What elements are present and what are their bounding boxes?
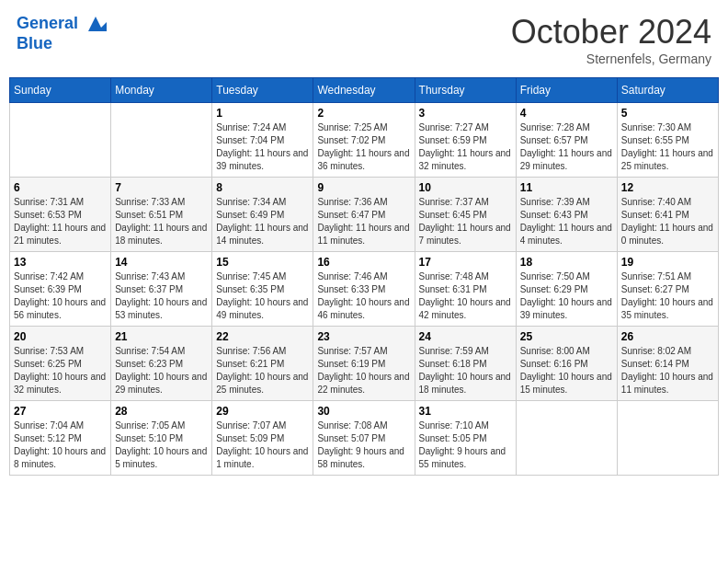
- day-number: 30: [317, 405, 410, 418]
- day-number: 23: [317, 330, 410, 343]
- day-number: 29: [216, 405, 309, 418]
- day-info: Sunrise: 7:33 AMSunset: 6:51 PMDaylight:…: [115, 196, 208, 247]
- day-info: Sunrise: 8:02 AMSunset: 6:14 PMDaylight:…: [621, 345, 714, 396]
- day-info: Sunrise: 7:36 AMSunset: 6:47 PMDaylight:…: [317, 196, 410, 247]
- calendar-day-cell: 12Sunrise: 7:40 AMSunset: 6:41 PMDayligh…: [617, 178, 718, 252]
- calendar-day-cell: 13Sunrise: 7:42 AMSunset: 6:39 PMDayligh…: [10, 252, 111, 327]
- day-info: Sunrise: 7:37 AMSunset: 6:45 PMDaylight:…: [419, 196, 512, 247]
- calendar-day-cell: 24Sunrise: 7:59 AMSunset: 6:18 PMDayligh…: [415, 327, 516, 401]
- calendar-week-row: 13Sunrise: 7:42 AMSunset: 6:39 PMDayligh…: [10, 252, 719, 327]
- day-info: Sunrise: 7:50 AMSunset: 6:29 PMDaylight:…: [520, 270, 613, 322]
- day-info: Sunrise: 7:07 AMSunset: 5:09 PMDaylight:…: [216, 419, 309, 471]
- day-info: Sunrise: 7:42 AMSunset: 6:39 PMDaylight:…: [14, 270, 107, 322]
- day-info: Sunrise: 7:04 AMSunset: 5:12 PMDaylight:…: [14, 419, 107, 471]
- calendar-day-cell: 9Sunrise: 7:36 AMSunset: 6:47 PMDaylight…: [313, 178, 415, 252]
- day-info: Sunrise: 7:59 AMSunset: 6:18 PMDaylight:…: [419, 345, 512, 396]
- day-number: 2: [317, 107, 410, 120]
- calendar-day-cell: 15Sunrise: 7:45 AMSunset: 6:35 PMDayligh…: [212, 252, 313, 327]
- day-number: 26: [621, 330, 714, 343]
- weekday-header-cell: Friday: [516, 78, 617, 103]
- logo: General Blue: [17, 13, 107, 53]
- day-number: 14: [115, 256, 208, 269]
- day-info: Sunrise: 7:57 AMSunset: 6:19 PMDaylight:…: [317, 345, 410, 396]
- page-header: General Blue October 2024 Sternenfels, G…: [9, 9, 719, 70]
- day-number: 16: [317, 256, 410, 269]
- day-number: 22: [216, 330, 309, 343]
- logo-general: General: [17, 14, 78, 32]
- day-number: 28: [115, 405, 208, 418]
- location: Sternenfels, Germany: [511, 52, 711, 66]
- day-number: 4: [520, 107, 613, 120]
- day-number: 15: [216, 256, 309, 269]
- day-info: Sunrise: 7:45 AMSunset: 6:35 PMDaylight:…: [216, 270, 309, 322]
- calendar-day-cell: 4Sunrise: 7:28 AMSunset: 6:57 PMDaylight…: [516, 103, 617, 178]
- calendar-day-cell: 30Sunrise: 7:08 AMSunset: 5:07 PMDayligh…: [313, 401, 415, 476]
- day-info: Sunrise: 7:25 AMSunset: 7:02 PMDaylight:…: [317, 121, 410, 173]
- day-number: 3: [419, 107, 512, 120]
- calendar-week-row: 6Sunrise: 7:31 AMSunset: 6:53 PMDaylight…: [10, 178, 719, 252]
- day-number: 31: [419, 405, 512, 418]
- day-info: Sunrise: 7:39 AMSunset: 6:43 PMDaylight:…: [520, 196, 613, 247]
- day-info: Sunrise: 7:51 AMSunset: 6:27 PMDaylight:…: [621, 270, 714, 322]
- calendar-day-cell: 5Sunrise: 7:30 AMSunset: 6:55 PMDaylight…: [617, 103, 718, 178]
- logo-icon: [85, 13, 107, 35]
- day-number: 19: [621, 256, 714, 269]
- weekday-header-cell: Thursday: [415, 78, 516, 103]
- calendar-day-cell: 23Sunrise: 7:57 AMSunset: 6:19 PMDayligh…: [313, 327, 415, 401]
- weekday-header-cell: Monday: [111, 78, 212, 103]
- day-number: 6: [14, 181, 107, 194]
- calendar-day-cell: [516, 401, 617, 476]
- weekday-header-cell: Saturday: [617, 78, 718, 103]
- day-info: Sunrise: 7:10 AMSunset: 5:05 PMDaylight:…: [419, 419, 512, 471]
- logo-text: General: [17, 13, 107, 35]
- calendar-day-cell: [10, 103, 111, 178]
- weekday-header-cell: Sunday: [10, 78, 111, 103]
- weekday-header-cell: Wednesday: [313, 78, 415, 103]
- day-info: Sunrise: 7:24 AMSunset: 7:04 PMDaylight:…: [216, 121, 309, 173]
- calendar-day-cell: [617, 401, 718, 476]
- day-info: Sunrise: 7:05 AMSunset: 5:10 PMDaylight:…: [115, 419, 208, 471]
- calendar-day-cell: 16Sunrise: 7:46 AMSunset: 6:33 PMDayligh…: [313, 252, 415, 327]
- calendar-body: 1Sunrise: 7:24 AMSunset: 7:04 PMDaylight…: [10, 103, 719, 476]
- calendar-day-cell: 7Sunrise: 7:33 AMSunset: 6:51 PMDaylight…: [111, 178, 212, 252]
- calendar-day-cell: 11Sunrise: 7:39 AMSunset: 6:43 PMDayligh…: [516, 178, 617, 252]
- day-number: 24: [419, 330, 512, 343]
- calendar-day-cell: 26Sunrise: 8:02 AMSunset: 6:14 PMDayligh…: [617, 327, 718, 401]
- day-info: Sunrise: 7:28 AMSunset: 6:57 PMDaylight:…: [520, 121, 613, 173]
- weekday-header-cell: Tuesday: [212, 78, 313, 103]
- day-info: Sunrise: 7:34 AMSunset: 6:49 PMDaylight:…: [216, 196, 309, 247]
- day-info: Sunrise: 7:43 AMSunset: 6:37 PMDaylight:…: [115, 270, 208, 322]
- calendar-day-cell: 21Sunrise: 7:54 AMSunset: 6:23 PMDayligh…: [111, 327, 212, 401]
- title-block: October 2024 Sternenfels, Germany: [511, 13, 711, 66]
- day-number: 9: [317, 181, 410, 194]
- day-number: 21: [115, 330, 208, 343]
- day-number: 7: [115, 181, 208, 194]
- day-info: Sunrise: 7:31 AMSunset: 6:53 PMDaylight:…: [14, 196, 107, 247]
- calendar-day-cell: 17Sunrise: 7:48 AMSunset: 6:31 PMDayligh…: [415, 252, 516, 327]
- day-number: 18: [520, 256, 613, 269]
- day-info: Sunrise: 7:56 AMSunset: 6:21 PMDaylight:…: [216, 345, 309, 396]
- day-number: 11: [520, 181, 613, 194]
- calendar-day-cell: 25Sunrise: 8:00 AMSunset: 6:16 PMDayligh…: [516, 327, 617, 401]
- calendar-day-cell: 20Sunrise: 7:53 AMSunset: 6:25 PMDayligh…: [10, 327, 111, 401]
- calendar-day-cell: 22Sunrise: 7:56 AMSunset: 6:21 PMDayligh…: [212, 327, 313, 401]
- day-number: 20: [14, 330, 107, 343]
- day-info: Sunrise: 7:48 AMSunset: 6:31 PMDaylight:…: [419, 270, 512, 322]
- calendar-day-cell: 8Sunrise: 7:34 AMSunset: 6:49 PMDaylight…: [212, 178, 313, 252]
- day-info: Sunrise: 7:40 AMSunset: 6:41 PMDaylight:…: [621, 196, 714, 247]
- calendar-day-cell: 3Sunrise: 7:27 AMSunset: 6:59 PMDaylight…: [415, 103, 516, 178]
- day-number: 12: [621, 181, 714, 194]
- day-number: 27: [14, 405, 107, 418]
- calendar-week-row: 1Sunrise: 7:24 AMSunset: 7:04 PMDaylight…: [10, 103, 719, 178]
- month-title: October 2024: [511, 13, 711, 52]
- calendar-day-cell: 19Sunrise: 7:51 AMSunset: 6:27 PMDayligh…: [617, 252, 718, 327]
- day-number: 25: [520, 330, 613, 343]
- calendar-day-cell: 29Sunrise: 7:07 AMSunset: 5:09 PMDayligh…: [212, 401, 313, 476]
- day-info: Sunrise: 7:08 AMSunset: 5:07 PMDaylight:…: [317, 419, 410, 471]
- calendar-week-row: 27Sunrise: 7:04 AMSunset: 5:12 PMDayligh…: [10, 401, 719, 476]
- day-info: Sunrise: 8:00 AMSunset: 6:16 PMDaylight:…: [520, 345, 613, 396]
- calendar-day-cell: 10Sunrise: 7:37 AMSunset: 6:45 PMDayligh…: [415, 178, 516, 252]
- calendar-day-cell: 2Sunrise: 7:25 AMSunset: 7:02 PMDaylight…: [313, 103, 415, 178]
- calendar-day-cell: [111, 103, 212, 178]
- calendar-day-cell: 31Sunrise: 7:10 AMSunset: 5:05 PMDayligh…: [415, 401, 516, 476]
